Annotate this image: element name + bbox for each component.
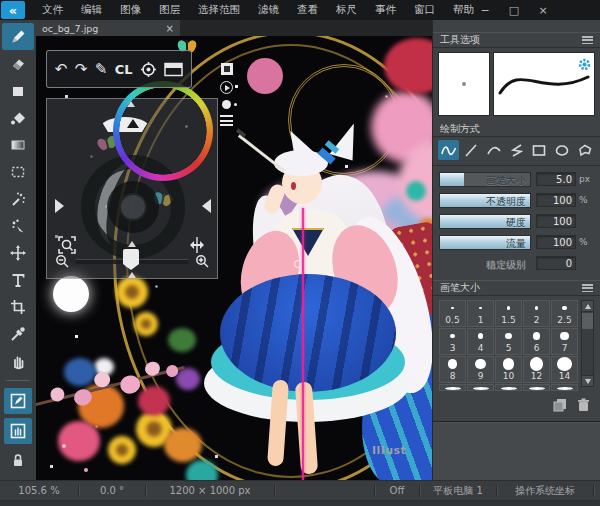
tablet-selector[interactable]: 平板电脑 1 <box>420 484 496 498</box>
brush-size-cell[interactable]: 1 <box>467 300 494 327</box>
slider-value[interactable]: 100 <box>536 193 576 207</box>
slider-value[interactable]: 100 <box>536 214 576 228</box>
quick-pen-button[interactable]: ✎ <box>95 62 108 77</box>
zoom-in-icon[interactable] <box>195 254 210 273</box>
nav-left-arrow[interactable] <box>55 199 64 213</box>
brush-size-cell[interactable]: 0.5 <box>439 300 466 327</box>
menu-image[interactable]: 图像 <box>111 0 150 20</box>
tab-close-icon[interactable]: × <box>166 23 174 34</box>
brush-size-cell[interactable]: 6 <box>523 328 550 355</box>
slider-value[interactable]: 0 <box>536 256 576 270</box>
slider-value[interactable]: 100 <box>536 235 576 249</box>
brush-size-cell[interactable]: 5 <box>495 328 522 355</box>
maximize-button[interactable]: □ <box>507 4 521 17</box>
brush-size-cell-clipped[interactable] <box>439 384 466 391</box>
document-tab[interactable]: oc_bg_7.jpg × <box>36 20 180 36</box>
slider-hardness[interactable]: 硬度 100 <box>439 213 594 229</box>
hand-tool-button[interactable] <box>3 347 33 374</box>
slider-brush-size[interactable]: 画笔大小 5.0 px <box>439 171 594 187</box>
duplicate-size-icon[interactable] <box>553 397 567 416</box>
record-icon[interactable] <box>222 100 231 109</box>
brush-size-cell[interactable]: 1.5 <box>495 300 522 327</box>
pen-tool-button[interactable] <box>2 23 34 50</box>
magic-wand-tool-button[interactable] <box>3 185 33 212</box>
brush-tip-preview[interactable] <box>438 52 490 116</box>
list-icon[interactable] <box>220 115 233 126</box>
pen-pressure-toggle[interactable]: Off <box>375 485 419 496</box>
brush-size-cell[interactable]: 9 <box>467 356 494 383</box>
hue-ring-widget[interactable] <box>112 80 214 182</box>
nav-right-arrow[interactable] <box>202 199 211 213</box>
scroll-up-icon[interactable] <box>582 301 593 312</box>
gradient-tool-button[interactable] <box>3 131 33 158</box>
menu-ruler[interactable]: 标尺 <box>327 0 366 20</box>
crop-tool-button[interactable] <box>3 293 33 320</box>
slider-value[interactable]: 5.0 <box>536 172 576 186</box>
brush-size-scrollbar[interactable] <box>581 300 594 387</box>
mode-line[interactable] <box>461 140 482 160</box>
marquee-select-tool-button[interactable] <box>3 158 33 185</box>
brush-stroke-preview[interactable] <box>493 52 595 116</box>
brush-size-cell-clipped[interactable] <box>523 384 550 391</box>
brush-size-cell-clipped[interactable] <box>495 384 522 391</box>
close-button[interactable]: × <box>536 4 550 17</box>
nav-bottom-up-icon[interactable] <box>128 272 136 278</box>
brush-size-cell[interactable]: 8 <box>439 356 466 383</box>
eraser-tool-button[interactable] <box>3 50 33 77</box>
menu-filter[interactable]: 滤镜 <box>249 0 288 20</box>
move-tool-button[interactable] <box>3 239 33 266</box>
menu-window[interactable]: 窗口 <box>405 0 444 20</box>
target-button[interactable] <box>140 61 157 78</box>
eyedropper-tool-button[interactable] <box>3 320 33 347</box>
brush-size-cell[interactable]: 7 <box>551 328 578 355</box>
slider-flow[interactable]: 流量 100 % <box>439 234 594 250</box>
clear-button[interactable]: CL <box>115 63 133 76</box>
select-pen-tool-button[interactable] <box>3 212 33 239</box>
lock-tool-button[interactable] <box>3 446 33 473</box>
scroll-down-icon[interactable] <box>582 375 593 386</box>
touch-input-mode-toggle[interactable] <box>4 418 32 444</box>
brush-size-cell-clipped[interactable] <box>467 384 494 391</box>
menu-file[interactable]: 文件 <box>33 0 72 20</box>
shape-brush-tool-button[interactable] <box>3 77 33 104</box>
play-icon[interactable] <box>220 81 233 94</box>
zoom-out-icon[interactable] <box>55 254 70 273</box>
menu-view[interactable]: 查看 <box>288 0 327 20</box>
brush-size-cell[interactable]: 12 <box>523 356 550 383</box>
delete-size-icon[interactable] <box>577 397 590 416</box>
nav-center-up-icon[interactable] <box>128 241 136 247</box>
zoom-slider-handle[interactable] <box>123 249 139 270</box>
stabilizer-row[interactable]: 稳定级别 0 <box>439 255 594 271</box>
menu-edit[interactable]: 编辑 <box>72 0 111 20</box>
redo-button[interactable]: ↷ <box>75 62 88 77</box>
brush-size-cell[interactable]: 3 <box>439 328 466 355</box>
coordinate-mode-toggle[interactable]: 操作系统坐标 <box>497 484 593 498</box>
panel-menu-icon[interactable] <box>582 284 593 292</box>
menu-event[interactable]: 事件 <box>366 0 405 20</box>
pen-input-mode-toggle[interactable] <box>4 388 32 414</box>
scrollbar-thumb[interactable] <box>582 313 593 329</box>
mode-curve[interactable] <box>483 140 504 160</box>
mode-polyline[interactable] <box>506 140 527 160</box>
mode-polygon[interactable] <box>574 140 595 160</box>
brush-size-cell[interactable]: 2.5 <box>551 300 578 327</box>
drawing-canvas[interactable]: Illust ↶ ↷ ✎ C <box>36 36 432 480</box>
brush-size-cell[interactable]: 14 <box>551 356 578 383</box>
brush-size-cell[interactable]: 10 <box>495 356 522 383</box>
mode-freehand[interactable] <box>438 140 459 160</box>
mode-rectangle[interactable] <box>529 140 550 160</box>
panel-menu-icon[interactable] <box>582 36 593 44</box>
brush-size-cell-clipped[interactable] <box>551 384 578 391</box>
mode-ellipse[interactable] <box>552 140 573 160</box>
stop-icon[interactable] <box>221 63 233 75</box>
brush-size-cell[interactable]: 2 <box>523 300 550 327</box>
fill-bucket-tool-button[interactable] <box>3 104 33 131</box>
menu-layer[interactable]: 图层 <box>150 0 189 20</box>
brush-settings-gear-icon[interactable] <box>578 56 591 75</box>
brush-size-cell[interactable]: 4 <box>467 328 494 355</box>
undo-button[interactable]: ↶ <box>55 62 68 77</box>
menu-selection[interactable]: 选择范围 <box>189 0 249 20</box>
split-window-button[interactable] <box>164 62 183 77</box>
text-tool-button[interactable] <box>3 266 33 293</box>
slider-opacity[interactable]: 不透明度 100 % <box>439 192 594 208</box>
